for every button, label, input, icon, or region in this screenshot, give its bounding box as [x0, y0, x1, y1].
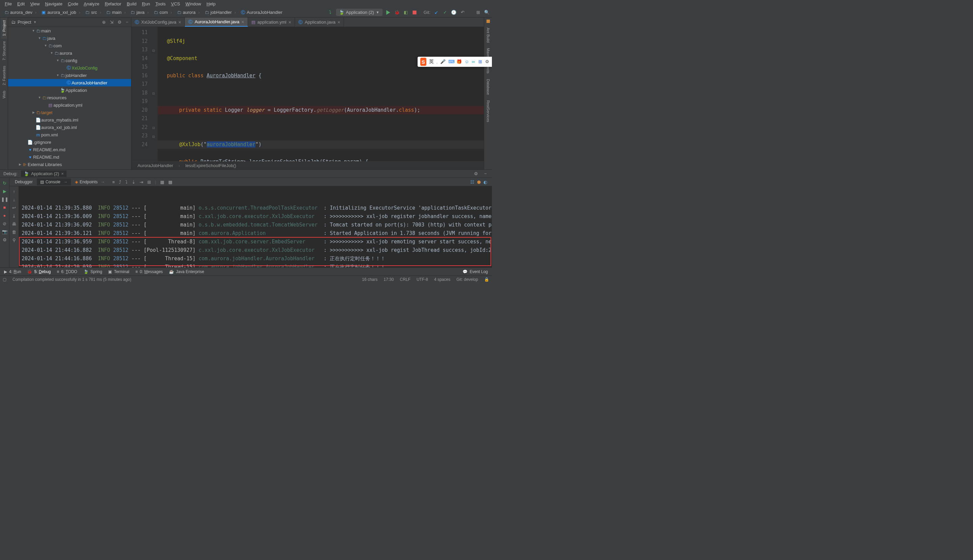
- toolwindow-messages[interactable]: ≡0: Messages: [135, 269, 163, 274]
- gift-icon[interactable]: 🎁: [456, 59, 462, 65]
- tree-item[interactable]: ⒸXxlJobConfig: [8, 64, 131, 72]
- menu-edit[interactable]: Edit: [15, 0, 27, 7]
- left-tab-favorites[interactable]: 2: Favorites: [1, 63, 7, 88]
- force-step-icon[interactable]: ⇣: [132, 180, 135, 185]
- close-icon[interactable]: ×: [178, 20, 181, 25]
- debug-button[interactable]: 🐞: [394, 10, 400, 15]
- breadcrumb-item[interactable]: 🗀aurora›: [175, 9, 202, 15]
- toolwindow-javaenterprise[interactable]: ☕Java Enterprise: [169, 269, 204, 274]
- menu-build[interactable]: Build: [124, 0, 139, 7]
- git-commit-icon[interactable]: ✓: [442, 10, 448, 15]
- camera-icon[interactable]: 📷: [2, 228, 8, 235]
- menu-help[interactable]: Help: [204, 0, 218, 7]
- right-tab-database[interactable]: Database: [485, 76, 491, 98]
- status-eol[interactable]: CRLF: [400, 277, 410, 282]
- breakpoints-icon[interactable]: ●: [2, 212, 8, 218]
- tree-item[interactable]: ⒸAuroraJobHandler: [8, 79, 131, 87]
- menu-view[interactable]: View: [27, 0, 42, 7]
- breadcrumb-item[interactable]: 🗀src›: [83, 9, 104, 15]
- tree-item[interactable]: ▶🗀target: [8, 109, 131, 116]
- breadcrumb-item[interactable]: 🗀java›: [129, 9, 150, 15]
- resume-icon[interactable]: ▶: [2, 188, 8, 194]
- tab-debugger[interactable]: Debugger: [12, 178, 36, 185]
- status-encoding[interactable]: UTF-8: [416, 277, 428, 282]
- debug-run-tab[interactable]: 🍃 Application (2) ×: [21, 170, 67, 177]
- hide-icon[interactable]: −: [126, 20, 129, 25]
- status-box-icon[interactable]: ▢: [3, 277, 7, 282]
- menu-analyze[interactable]: Analyze: [81, 0, 102, 7]
- close-icon[interactable]: ×: [61, 171, 64, 176]
- stop-button[interactable]: [411, 10, 418, 15]
- tree-item[interactable]: ▾README.en.md: [8, 146, 131, 153]
- tree-item[interactable]: ▶⊪External Libraries: [8, 161, 131, 168]
- tree-item[interactable]: ⊞Scratches and Consoles: [8, 168, 131, 170]
- settings-icon[interactable]: ⚙: [2, 237, 8, 243]
- menu-refactor[interactable]: Refactor: [102, 0, 124, 7]
- expand-icon[interactable]: ⇲: [110, 20, 114, 25]
- wrap-icon[interactable]: ↩: [11, 205, 17, 211]
- ime-gear-icon[interactable]: ⚙: [485, 59, 489, 65]
- stop-icon[interactable]: ■: [2, 204, 8, 210]
- editor-tab[interactable]: ⒸAuroraJobHandler.java×: [185, 18, 247, 27]
- tree-item[interactable]: ▼🗀com: [8, 42, 131, 49]
- chevron-down-icon[interactable]: ▼: [33, 20, 37, 24]
- tree-item[interactable]: ▼🗀java: [8, 35, 131, 42]
- editor-breadcrumb[interactable]: AuroraJobHandler › lessExpireSchoolFileJ…: [131, 162, 484, 170]
- pause-icon[interactable]: ❚❚: [2, 196, 8, 202]
- close-icon[interactable]: ×: [338, 20, 340, 25]
- run-button[interactable]: [385, 10, 391, 15]
- gear-icon[interactable]: ⚙: [473, 171, 479, 177]
- left-tab-project[interactable]: 1: Project: [1, 18, 7, 38]
- hide-icon[interactable]: −: [482, 171, 488, 177]
- breadcrumb-item[interactable]: 🗀main›: [104, 9, 128, 15]
- tree-item[interactable]: mpom.xml: [8, 131, 131, 138]
- menu-run[interactable]: Run: [139, 0, 153, 7]
- step-into-icon[interactable]: ⤴: [119, 180, 121, 185]
- print-icon[interactable]: 🖶: [11, 221, 17, 227]
- left-tab-web[interactable]: Web: [1, 88, 7, 101]
- build-icon[interactable]: ⤵: [328, 10, 333, 15]
- toolwindow-debug[interactable]: 🐞5: Debug: [27, 269, 51, 274]
- scroll-end-icon[interactable]: ⤓: [11, 213, 17, 219]
- target-icon[interactable]: ⊕: [102, 20, 106, 25]
- status-indent[interactable]: 4 spaces: [434, 277, 450, 282]
- layout-icon[interactable]: ▦: [160, 180, 164, 185]
- editor-tab[interactable]: ⒸXxlJobConfig.java×: [131, 18, 185, 27]
- toolwindow-todo[interactable]: ≡6: TODO: [57, 269, 77, 274]
- step-out-icon[interactable]: ⤵: [125, 180, 128, 185]
- down-icon[interactable]: ↓: [11, 197, 17, 203]
- toolwindow-run[interactable]: ▶4: Run: [4, 269, 21, 274]
- tree-item[interactable]: 🍃Application: [8, 87, 131, 94]
- project-tree[interactable]: ▼🗀main▼🗀java▼🗀com▼🗀aurora▼🗀configⒸXxlJob…: [8, 27, 131, 170]
- tree-item[interactable]: 📄aurora_mybatis.iml: [8, 116, 131, 123]
- menu-window[interactable]: Window: [183, 0, 204, 7]
- breadcrumb-class[interactable]: AuroraJobHandler: [137, 163, 173, 168]
- face-icon[interactable]: ☺: [465, 59, 469, 65]
- coverage-icon[interactable]: ◧: [403, 10, 409, 15]
- tool-icon[interactable]: ⬢: [477, 180, 481, 185]
- breadcrumb-item[interactable]: 🗀aurora_dev›: [2, 9, 38, 15]
- git-pull-icon[interactable]: ↙: [433, 10, 439, 15]
- close-icon[interactable]: ×: [289, 20, 291, 25]
- clear-icon[interactable]: 🗑: [11, 229, 17, 235]
- toolwindow-spring[interactable]: 🍃Spring: [84, 269, 102, 274]
- breadcrumb-item[interactable]: 🗀com›: [151, 9, 174, 15]
- tree-item[interactable]: ▼🗀resources: [8, 94, 131, 101]
- filter-icon[interactable]: ⚲: [11, 237, 17, 243]
- evaluate-icon[interactable]: ⊞: [147, 180, 151, 185]
- editor-tab[interactable]: ▤application.yml×: [248, 18, 295, 27]
- right-tab-restservices[interactable]: RestServices: [485, 98, 491, 125]
- tab-endpoints[interactable]: ◈Endpoints→: [72, 178, 108, 185]
- right-tab-antbuild[interactable]: Ant Build: [485, 25, 491, 45]
- step-over-icon[interactable]: ≡: [112, 180, 115, 185]
- breadcrumb-item[interactable]: ▣aurora_xxl_job›: [39, 9, 82, 15]
- console-output[interactable]: 2024-01-14 21:39:35.880 INFO 28512 --- […: [19, 186, 492, 267]
- tab-console[interactable]: ▤Console→: [37, 178, 71, 185]
- search-icon[interactable]: 🔍: [484, 10, 490, 15]
- run-config-selector[interactable]: 🍃 Application (2) ▼: [336, 9, 383, 16]
- tree-item[interactable]: ▼🗀aurora: [8, 49, 131, 57]
- event-log[interactable]: 💬Event Log: [463, 269, 488, 274]
- ime-toolbar[interactable]: S 英 , 🎤 ⌨ 🎁 ☺ ∞ ⊞ ⚙: [418, 57, 492, 67]
- status-position[interactable]: 17:30: [384, 277, 394, 282]
- keyboard-icon[interactable]: ⌨: [448, 59, 454, 65]
